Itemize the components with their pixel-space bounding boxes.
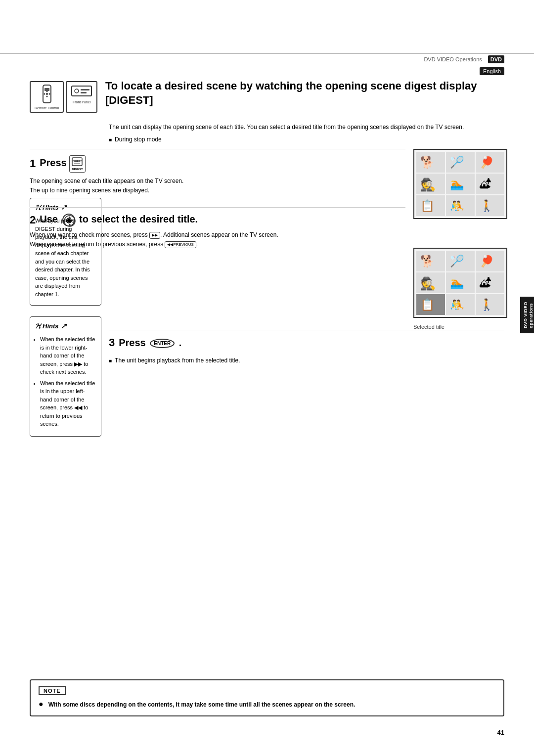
header-area: DVD VIDEO Operations DVD [424, 55, 504, 63]
page-number: 41 [497, 729, 504, 736]
svg-marker-21 [73, 220, 75, 222]
top-border [0, 53, 534, 54]
screen-cell-2-4: 🕵 [416, 272, 445, 293]
front-panel-icon-box: Front Panel [66, 81, 97, 113]
svg-point-17 [68, 220, 71, 222]
svg-rect-9 [81, 89, 89, 90]
step-3-title: Press ENTER . [119, 337, 181, 349]
step-1-num: 1 [30, 157, 36, 170]
step-1-block: 1 Press DIGEST [30, 149, 405, 195]
svg-marker-20 [65, 220, 67, 222]
enter-button-icon: ENTER [150, 339, 175, 348]
step-2-body-line1: When you want to check more scenes, pres… [30, 230, 405, 240]
screen-cell-2-2: 🏸 [446, 251, 475, 271]
svg-text:🏕: 🏕 [480, 277, 491, 290]
steps-column: 1 Press DIGEST [30, 149, 405, 261]
note-content: ● With some discs depending on the conte… [39, 700, 495, 710]
screen-cell-1-1: 🐕 [416, 152, 445, 173]
screen-grid-1: 🐕 🏸 🏓 🕵 🏊 🏕 [416, 152, 504, 216]
svg-text:🏕: 🏕 [480, 178, 491, 191]
note-box: NOTE ● With some discs depending on the … [30, 679, 504, 716]
svg-rect-1 [44, 88, 49, 91]
english-badge: English [480, 67, 504, 75]
svg-text:📋: 📋 [420, 298, 435, 312]
svg-text:🤼: 🤼 [450, 298, 464, 312]
svg-point-5 [46, 91, 47, 92]
svg-text:🐕: 🐕 [420, 255, 435, 268]
remote-control-label: Remote Control [35, 106, 59, 110]
main-title: To locate a desired scene by watching th… [105, 79, 504, 107]
screen-cell-2-3: 🏓 [476, 251, 504, 271]
step-1-title: Press DIGEST [40, 155, 85, 172]
screen-cell-2-8: 🤼 [446, 294, 475, 315]
playback-label: The unit begins playback from the select… [109, 357, 504, 364]
svg-text:🤼: 🤼 [450, 199, 464, 213]
screen-cell-1-9: 🚶 [476, 195, 504, 216]
title-section: Remote Control Front Panel [30, 79, 504, 113]
screen-cell-1-6: 🏕 [476, 174, 504, 194]
main-content: Remote Control Front Panel [30, 79, 504, 379]
screen-column: 🐕 🏸 🏓 🕵 🏊 🏕 [405, 149, 504, 330]
svg-text:🏊: 🏊 [450, 276, 464, 290]
steps-row: 1 Press DIGEST [30, 149, 504, 330]
screen-cell-1-5: 🏊 [446, 174, 475, 194]
screen-cell-1-4: 🕵 [416, 174, 445, 194]
screen-cell-2-7-selected: 📋 [416, 294, 445, 315]
step-1-body-line2: The up to nine opening scenes are displa… [30, 186, 405, 195]
front-panel-icon [71, 84, 92, 99]
svg-text:📋: 📋 [420, 199, 435, 213]
screen-cell-2-9: 🚶 [476, 294, 504, 315]
svg-text:🕵: 🕵 [420, 178, 436, 193]
svg-rect-10 [81, 92, 87, 93]
svg-point-8 [75, 89, 79, 93]
step-1-body: The opening scene of each title appears … [30, 177, 405, 195]
step-1-body-line1: The opening scene of each title appears … [30, 177, 405, 186]
next-scenes-button: ▶▶ [149, 232, 160, 239]
step-3-area: 3 Press ENTER . [109, 330, 504, 349]
screen-cell-2-6: 🏕 [476, 272, 504, 293]
note-header: NOTE [39, 686, 66, 695]
tv-screen-2: 🐕 🏸 🏓 🕵 🏊 🏕 [413, 248, 507, 318]
step-2-body-line2: When you want to return to previous scen… [30, 240, 405, 249]
screen-cell-1-2: 🏸 [446, 152, 475, 173]
step-2-block: 2 Use to select the [30, 207, 405, 249]
svg-marker-19 [69, 224, 71, 226]
front-panel-label: Front Panel [73, 100, 90, 104]
svg-point-4 [48, 93, 50, 95]
hints-item-2-2: When the selected title is in the upper … [40, 379, 96, 428]
remote-control-icon-box: Remote Control [30, 81, 64, 113]
step-2-num: 2 [30, 214, 36, 226]
step-2-header: 2 Use to select the [30, 214, 405, 226]
svg-text:🏓: 🏓 [480, 156, 494, 170]
screen-cell-2-5: 🏊 [446, 272, 475, 293]
svg-text:🏸: 🏸 [450, 156, 464, 170]
note-section: NOTE ● With some discs depending on the … [30, 679, 504, 716]
svg-text:🏊: 🏊 [450, 178, 464, 191]
screen-cell-1-7: 📋 [416, 195, 445, 216]
screen-cell-1-8: 🤼 [446, 195, 475, 216]
svg-text:🕵: 🕵 [420, 276, 436, 292]
step-1-header: 1 Press DIGEST [30, 155, 405, 172]
selected-title-label: Selected title [413, 324, 445, 330]
step-2-body: When you want to check more scenes, pres… [30, 230, 405, 249]
step-2-title: Use to select the desired titl [40, 214, 198, 226]
stop-mode-label: During stop mode [109, 136, 504, 143]
step-3-header: 3 Press ENTER . [109, 336, 504, 349]
digest-button-icon: DIGEST [69, 155, 85, 172]
step-3-num: 3 [109, 336, 115, 349]
remote-control-icon [39, 84, 55, 105]
nav-disc-icon [62, 214, 75, 226]
svg-marker-18 [69, 216, 71, 218]
screen-cell-2-1: 🐕 [416, 251, 445, 271]
dvd-video-side-tab: DVD VIDEOoperations [520, 297, 534, 333]
svg-point-3 [44, 93, 45, 95]
svg-text:🚶: 🚶 [480, 199, 494, 213]
svg-text:🚶: 🚶 [480, 298, 494, 312]
dvd-video-label: DVD VIDEO Operations [424, 56, 482, 62]
note-bullet-icon: ● [39, 700, 44, 708]
svg-text:🏸: 🏸 [450, 255, 464, 268]
svg-text:🐕: 🐕 [420, 156, 435, 170]
screen-grid-2: 🐕 🏸 🏓 🕵 🏊 🏕 [416, 251, 504, 315]
tv-screen-1: 🐕 🏸 🏓 🕵 🏊 🏕 [413, 149, 507, 219]
svg-text:🏓: 🏓 [480, 255, 494, 268]
